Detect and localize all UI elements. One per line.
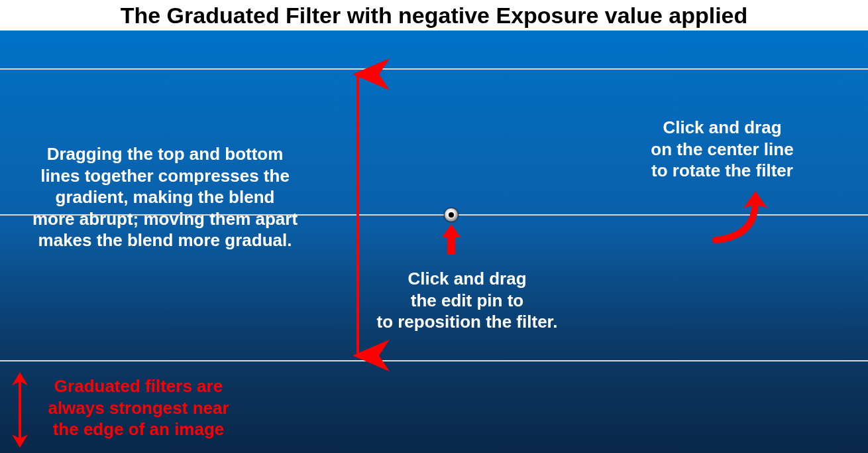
rotate-arrow-icon <box>696 188 775 255</box>
page-title: The Graduated Filter with negative Expos… <box>0 0 868 29</box>
edit-pin[interactable] <box>444 208 459 222</box>
svg-marker-5 <box>12 372 28 385</box>
compress-gradient-label: Dragging the top and bottom lines togeth… <box>9 143 321 251</box>
svg-marker-1 <box>442 224 461 255</box>
reposition-filter-label: Click and drag the edit pin to to reposi… <box>345 268 590 333</box>
svg-marker-2 <box>743 191 767 208</box>
rotate-filter-label: Click and drag on the center line to rot… <box>610 117 835 182</box>
graduated-filter-preview: Dragging the top and bottom lines togeth… <box>0 31 868 453</box>
strongest-edge-label: Graduated filters are always strongest n… <box>29 375 248 440</box>
gradient-bottom-line[interactable] <box>0 360 868 361</box>
vertical-double-arrow-icon <box>325 31 391 453</box>
pin-up-arrow-icon <box>438 223 464 263</box>
gradient-top-line[interactable] <box>0 68 868 70</box>
svg-marker-4 <box>12 434 28 448</box>
